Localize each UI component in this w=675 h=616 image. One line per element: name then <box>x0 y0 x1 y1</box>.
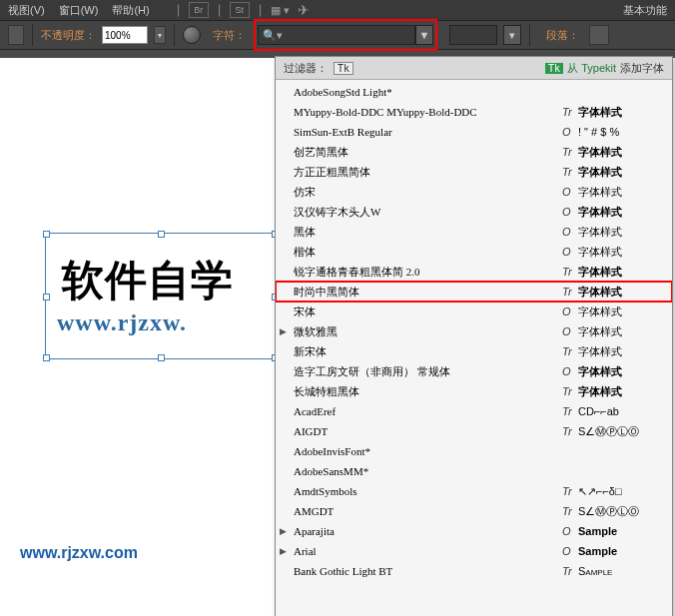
font-type-icon: Tr <box>562 405 578 417</box>
font-list-item[interactable]: ▶ArialOSample <box>276 541 672 561</box>
gpu-icon[interactable]: ✈ <box>298 2 310 18</box>
font-dropdown-icon[interactable]: ▼ <box>415 25 433 45</box>
font-type-icon: O <box>562 226 578 238</box>
font-list-item[interactable]: AIGDTTrS∠ⓂⓅⓁⓄ <box>276 421 672 441</box>
character-label: 字符： <box>213 28 246 43</box>
font-type-icon: Tr <box>562 286 578 298</box>
font-type-icon: Tr <box>562 565 578 577</box>
font-sample: S∠ⓂⓅⓁⓄ <box>578 424 666 439</box>
font-filter-row: 过滤器： Tk Tk 从 Typekit 添加字体 <box>276 57 672 80</box>
font-list-item[interactable]: ▶微软雅黑O字体样式 <box>276 321 672 341</box>
globe-icon[interactable] <box>183 26 201 44</box>
menu-window[interactable]: 窗口(W) <box>59 3 99 18</box>
font-name: SimSun-ExtB Regular <box>294 126 562 138</box>
font-name: 宋体 <box>294 305 562 319</box>
font-list-item[interactable]: AMGDTTrS∠ⓂⓅⓁⓄ <box>276 501 672 521</box>
stock-icon[interactable]: St <box>230 2 250 18</box>
font-name: AMGDT <box>294 505 562 517</box>
font-list-item[interactable]: 创艺简黑体Tr字体样式 <box>276 142 672 162</box>
canvas-text-url[interactable]: www.rjzxw. <box>57 309 187 336</box>
font-name: AIGDT <box>294 425 562 437</box>
opacity-dropdown-icon[interactable]: ▾ <box>154 26 166 44</box>
font-type-icon: Tr <box>562 485 578 497</box>
font-list-item[interactable]: AdobeInvisFont* <box>276 441 672 461</box>
opacity-input[interactable]: 100% <box>102 26 148 44</box>
font-list-item[interactable]: 方正正粗黑简体Tr字体样式 <box>276 162 672 182</box>
search-icon: 🔍▾ <box>263 29 283 42</box>
font-list-item[interactable]: 时尚中黑简体Tr字体样式 <box>276 282 672 302</box>
font-list-item[interactable]: 仿宋O字体样式 <box>276 182 672 202</box>
font-sample: Sample <box>578 545 666 557</box>
font-field-highlight: 🔍▾ ▼ <box>254 19 437 51</box>
font-list-item[interactable]: 长城特粗黑体Tr字体样式 <box>276 381 672 401</box>
font-sample: 字体样式 <box>578 185 666 200</box>
font-list-item[interactable]: AdobeSansMM* <box>276 461 672 481</box>
font-search-input[interactable]: 🔍▾ <box>258 25 415 45</box>
font-sample: S∠ⓂⓅⓁⓄ <box>578 504 666 519</box>
font-sample: 字体样式 <box>578 225 666 240</box>
tool-preset-dropdown[interactable] <box>8 25 24 45</box>
font-sample: 字体样式 <box>578 105 666 120</box>
watermark-text: www.rjzxw.com <box>20 544 138 562</box>
divider-icon: ⎮ <box>217 5 222 16</box>
font-style-dropdown-icon[interactable]: ▾ <box>503 25 521 45</box>
typekit-add-label: 添加字体 <box>620 61 664 76</box>
font-list-item[interactable]: 新宋体Tr字体样式 <box>276 341 672 361</box>
font-sample: 字体样式 <box>578 165 666 180</box>
font-list-item[interactable]: 楷体O字体样式 <box>276 242 672 262</box>
font-list[interactable]: AdobeSongStd Light*MYuppy-Bold-DDC MYupp… <box>276 80 672 583</box>
canvas-text-headline[interactable]: 软件自学 <box>62 253 234 308</box>
menu-help[interactable]: 帮助(H) <box>112 3 149 18</box>
font-sample: 字体样式 <box>578 344 666 359</box>
menu-view[interactable]: 视图(V) <box>8 3 45 18</box>
font-style-input[interactable] <box>449 25 497 45</box>
font-list-item[interactable]: AdobeSongStd Light* <box>276 82 672 102</box>
typekit-filter-button[interactable]: Tk <box>334 62 353 75</box>
font-list-item[interactable]: MYuppy-Bold-DDC MYuppy-Bold-DDCTr字体样式 <box>276 102 672 122</box>
arrange-icon[interactable]: ▦ ▾ <box>271 4 290 17</box>
font-sample: 字体样式 <box>578 145 666 160</box>
typekit-badge-icon: Tk <box>545 63 563 74</box>
font-name: Aparajita <box>294 525 562 537</box>
font-name: 时尚中黑简体 <box>294 285 562 300</box>
font-sample: ↖↗⌐⌐δ□ <box>578 485 666 498</box>
font-list-item[interactable]: AmdtSymbolsTr↖↗⌐⌐δ□ <box>276 481 672 501</box>
font-type-icon: Tr <box>562 106 578 118</box>
font-list-item[interactable]: SimSun-ExtB RegularO! " # $ % <box>276 122 672 142</box>
font-list-item[interactable]: AcadErefTrCD⌐⌐ab <box>276 401 672 421</box>
font-type-icon: O <box>562 325 578 337</box>
font-list-item[interactable]: 黑体O字体样式 <box>276 222 672 242</box>
bridge-icon[interactable]: Br <box>189 2 209 18</box>
workspace-label[interactable]: 基本功能 <box>623 3 667 18</box>
font-sample: CD⌐⌐ab <box>578 405 666 417</box>
font-type-icon: O <box>562 525 578 537</box>
font-sample: 字体样式 <box>578 305 666 319</box>
font-name: Bank Gothic Light BT <box>294 565 562 577</box>
font-name: AmdtSymbols <box>294 485 562 497</box>
font-type-icon: Tr <box>562 385 578 397</box>
divider-icon: ⎮ <box>258 5 263 16</box>
expand-arrow-icon: ▶ <box>280 326 287 336</box>
font-name: MYuppy-Bold-DDC MYuppy-Bold-DDC <box>294 106 562 118</box>
font-name: 汉仪铸字木头人W <box>294 205 562 220</box>
font-sample: ! " # $ % <box>578 126 666 138</box>
font-type-icon: O <box>562 126 578 138</box>
font-list-item[interactable]: ▶AparajitaOSample <box>276 521 672 541</box>
font-sample: 字体样式 <box>578 364 666 379</box>
font-list-item[interactable]: 宋体O字体样式 <box>276 302 672 321</box>
font-name: Arial <box>294 545 562 557</box>
font-list-item[interactable]: 汉仪铸字木头人WO字体样式 <box>276 202 672 222</box>
font-list-item[interactable]: Bank Gothic Light BTTrSample <box>276 561 672 581</box>
font-name: 微软雅黑 <box>294 324 562 339</box>
typekit-add-link[interactable]: Tk 从 Typekit 添加字体 <box>545 61 664 76</box>
font-sample: 字体样式 <box>578 265 666 280</box>
divider-icon: ⎮ <box>176 5 181 16</box>
font-type-icon: Tr <box>562 345 578 357</box>
font-type-icon: O <box>562 365 578 377</box>
font-sample: 字体样式 <box>578 205 666 220</box>
font-name: 方正正粗黑简体 <box>294 165 562 180</box>
font-name: 锐字通格青春粗黑体简 2.0 <box>294 265 562 280</box>
paragraph-panel-button[interactable] <box>589 25 609 45</box>
font-list-item[interactable]: 锐字通格青春粗黑体简 2.0Tr字体样式 <box>276 262 672 282</box>
font-list-item[interactable]: 造字工房文研（非商用） 常规体O字体样式 <box>276 361 672 381</box>
